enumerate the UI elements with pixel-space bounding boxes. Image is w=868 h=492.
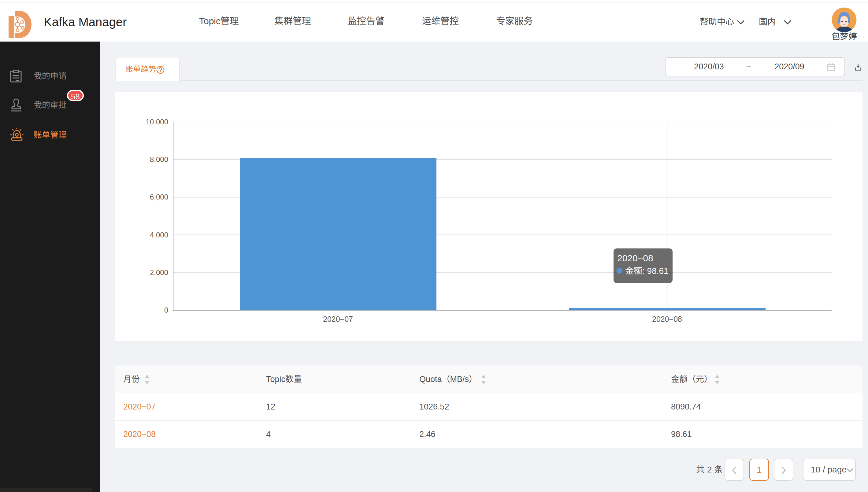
svg-text:10,000: 10,000 xyxy=(146,118,168,126)
svg-text:0: 0 xyxy=(164,306,168,314)
svg-text:2020−07: 2020−07 xyxy=(323,315,353,323)
svg-text:2,000: 2,000 xyxy=(150,268,168,276)
svg-text:6,000: 6,000 xyxy=(150,193,168,201)
svg-text:2020−08: 2020−08 xyxy=(652,315,682,323)
svg-text:8,000: 8,000 xyxy=(150,155,168,164)
svg-text:2020−08: 2020−08 xyxy=(617,253,653,263)
svg-text:4,000: 4,000 xyxy=(150,231,168,239)
svg-text:金额: 98.61: 金额: 98.61 xyxy=(625,266,668,276)
